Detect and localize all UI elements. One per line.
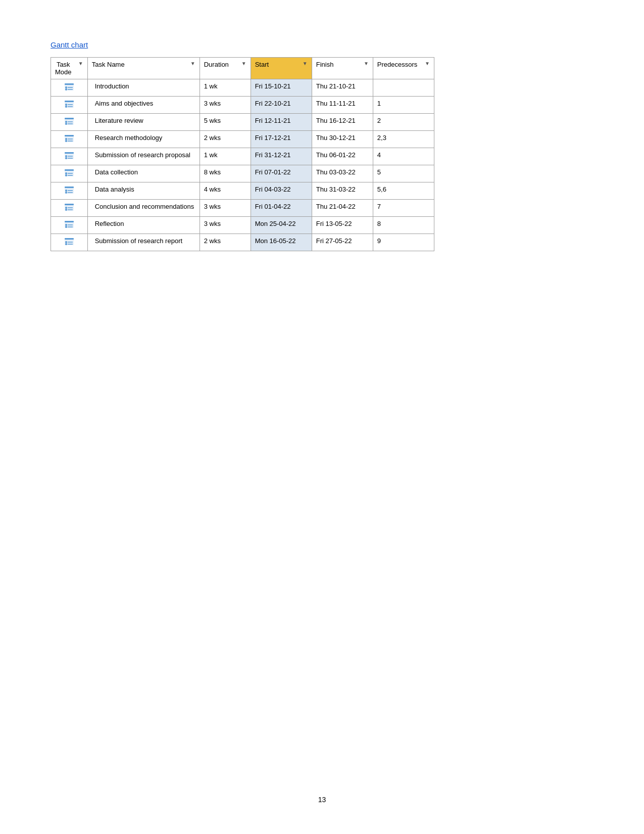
cell-predecessors: 5 (373, 165, 434, 182)
task-mode-icon (64, 168, 75, 177)
cell-predecessors: 5,6 (373, 182, 434, 200)
cell-task-mode (51, 217, 88, 234)
cell-duration: 2 wks (200, 234, 251, 251)
cell-predecessors: 1 (373, 97, 434, 114)
th-duration[interactable]: Duration ▼ (200, 58, 251, 79)
th-task-name[interactable]: Task Name ▼ (87, 58, 200, 79)
cell-task-mode (51, 148, 88, 165)
cell-finish: Thu 11-11-21 (312, 97, 373, 114)
table-row: Data analysis4 wksFri 04-03-22Thu 31-03-… (51, 182, 434, 200)
cell-duration: 3 wks (200, 217, 251, 234)
svg-rect-7 (65, 101, 74, 102)
gantt-title: Gantt chart (51, 40, 88, 49)
cell-start: Mon 16-05-22 (251, 234, 312, 251)
svg-rect-55 (65, 238, 74, 240)
svg-point-44 (65, 209, 67, 211)
task-mode-icon (64, 186, 75, 195)
cell-task-mode (51, 97, 88, 114)
cell-task-mode (51, 165, 88, 182)
svg-point-59 (65, 241, 67, 243)
task-mode-icon (64, 237, 75, 246)
svg-point-20 (65, 140, 67, 142)
cell-start: Fri 17-12-21 (251, 131, 312, 148)
cell-finish: Fri 27-05-22 (312, 234, 373, 251)
svg-point-11 (65, 104, 67, 106)
cell-finish: Fri 13-05-22 (312, 217, 373, 234)
cell-predecessors: 4 (373, 148, 434, 165)
table-row: Reflection3 wksMon 25-04-22Fri 13-05-228 (51, 217, 434, 234)
cell-task-mode (51, 200, 88, 217)
svg-rect-13 (65, 118, 74, 119)
cell-predecessors (373, 79, 434, 97)
cell-task-name: Submission of research proposal (87, 148, 200, 165)
cell-duration: 3 wks (200, 97, 251, 114)
cell-duration: 4 wks (200, 182, 251, 200)
cell-task-mode (51, 79, 88, 97)
table-row: Submission of research report2 wksMon 16… (51, 234, 434, 251)
svg-rect-31 (65, 169, 74, 171)
table-row: Data collection8 wksFri 07-01-22Thu 03-0… (51, 165, 434, 182)
svg-point-29 (65, 155, 67, 157)
svg-rect-1 (65, 83, 74, 85)
cell-task-name: Submission of research report (87, 234, 200, 251)
svg-rect-19 (65, 135, 74, 136)
cell-finish: Thu 30-12-21 (312, 131, 373, 148)
cell-task-name: Aims and objectives (87, 97, 200, 114)
table-row: Research methodology2 wksFri 17-12-21Thu… (51, 131, 434, 148)
task-mode-icon (64, 82, 75, 91)
cell-finish: Thu 06-01-22 (312, 148, 373, 165)
cell-start: Mon 25-04-22 (251, 217, 312, 234)
cell-duration: 8 wks (200, 165, 251, 182)
gantt-table: TaskMode ▼ Task Name ▼ Duration ▼ (51, 57, 434, 251)
page-container: Gantt chart TaskMode ▼ Task Name ▼ (0, 0, 644, 292)
svg-point-17 (65, 121, 67, 123)
svg-point-41 (65, 190, 67, 192)
cell-finish: Thu 21-10-21 (312, 79, 373, 97)
svg-point-50 (65, 226, 67, 228)
cell-predecessors: 9 (373, 234, 434, 251)
table-row: Submission of research proposal1 wkFri 3… (51, 148, 434, 165)
task-mode-icon (64, 220, 75, 229)
cell-task-name: Introduction (87, 79, 200, 97)
cell-duration: 3 wks (200, 200, 251, 217)
svg-point-53 (65, 224, 67, 226)
cell-start: Fri 07-01-22 (251, 165, 312, 182)
cell-start: Fri 01-04-22 (251, 200, 312, 217)
svg-point-8 (65, 106, 67, 108)
svg-point-26 (65, 157, 67, 159)
cell-start: Fri 04-03-22 (251, 182, 312, 200)
cell-duration: 1 wk (200, 79, 251, 97)
cell-start: Fri 31-12-21 (251, 148, 312, 165)
task-mode-icon (64, 151, 75, 160)
cell-task-name: Literature review (87, 114, 200, 131)
cell-predecessors: 2 (373, 114, 434, 131)
svg-point-47 (65, 207, 67, 209)
cell-finish: Thu 16-12-21 (312, 114, 373, 131)
th-predecessors[interactable]: Predecessors ▼ (373, 58, 434, 79)
table-body: Introduction1 wkFri 15-10-21Thu 21-10-21… (51, 79, 434, 251)
svg-point-38 (65, 192, 67, 194)
svg-point-2 (65, 88, 67, 90)
cell-finish: Thu 03-03-22 (312, 165, 373, 182)
th-start[interactable]: Start ▼ (251, 58, 312, 79)
cell-predecessors: 8 (373, 217, 434, 234)
cell-duration: 2 wks (200, 131, 251, 148)
svg-point-35 (65, 172, 67, 174)
table-row: Aims and objectives3 wksFri 22-10-21Thu … (51, 97, 434, 114)
cell-task-mode (51, 131, 88, 148)
svg-rect-37 (65, 187, 74, 188)
cell-task-mode (51, 182, 88, 200)
cell-task-name: Reflection (87, 217, 200, 234)
svg-rect-43 (65, 204, 74, 205)
cell-task-name: Research methodology (87, 131, 200, 148)
svg-rect-25 (65, 152, 74, 154)
svg-rect-49 (65, 221, 74, 222)
th-task-mode[interactable]: TaskMode ▼ (51, 58, 88, 79)
th-finish[interactable]: Finish ▼ (312, 58, 373, 79)
cell-finish: Thu 21-04-22 (312, 200, 373, 217)
cell-predecessors: 2,3 (373, 131, 434, 148)
cell-start: Fri 22-10-21 (251, 97, 312, 114)
svg-point-14 (65, 123, 67, 125)
svg-point-5 (65, 86, 67, 88)
table-row: Literature review5 wksFri 12-11-21Thu 16… (51, 114, 434, 131)
